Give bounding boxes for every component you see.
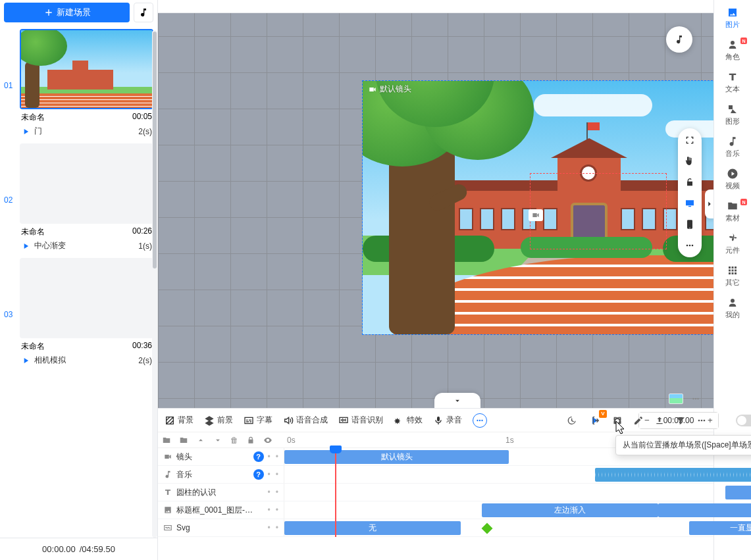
scene-thumb[interactable] (20, 258, 153, 338)
rs-text[interactable]: 文本 (714, 67, 751, 99)
track-head[interactable]: 音乐 ? •• (158, 466, 284, 483)
track-dots: •• (268, 523, 278, 532)
play-icon[interactable] (21, 356, 30, 365)
lock-icon[interactable] (246, 436, 255, 445)
shape-icon (727, 103, 738, 115)
more-tool[interactable] (685, 240, 695, 251)
unlock-tool[interactable] (685, 177, 695, 188)
scene-item[interactable]: 01 未命名 00:05 门 2(s) (0, 28, 157, 142)
camera-handle-icon[interactable] (529, 209, 543, 221)
edit-button[interactable] (633, 415, 644, 426)
bracket-in-button[interactable] (591, 415, 602, 426)
canvas-area[interactable]: 默认镜头 (158, 0, 713, 408)
rs-image[interactable]: 图片 (714, 3, 751, 35)
track-row: 圆柱的认识 •• 上下进入 (158, 484, 713, 501)
track-head[interactable]: 镜头 ? •• (158, 448, 284, 465)
timeline-clip[interactable]: 底部手指点击 (658, 503, 751, 517)
toggle-switch[interactable] (736, 415, 751, 426)
tab-tts[interactable]: 语音合成 (283, 415, 328, 426)
mini-preview-thumb[interactable] (669, 394, 683, 404)
help-icon[interactable]: ? (253, 451, 264, 462)
music-fab-button[interactable] (666, 26, 692, 53)
scene-thumb[interactable] (20, 143, 153, 224)
scene-duration: 00:05 (132, 112, 152, 123)
track-head[interactable]: 圆柱的认识 •• (158, 484, 284, 501)
track-head[interactable]: 标题框_0001_图层-… •• (158, 501, 284, 519)
delete-icon[interactable]: 🗑 (230, 436, 238, 445)
timeline-clip[interactable]: 默认镜头 (284, 450, 509, 464)
scene-item[interactable]: 02 未命名 00:26 中心渐变 1(s) (0, 142, 157, 257)
track-name: 镜头 (176, 451, 249, 463)
canvas-frame[interactable]: 默认镜头 (362, 80, 713, 335)
playhead[interactable] (335, 448, 336, 537)
track-name: 标题框_0001_图层-… (176, 505, 264, 516)
tab-subtitle[interactable]: 字幕 (244, 415, 272, 426)
rs-comp[interactable]: 元件 (714, 228, 751, 261)
track-head[interactable]: Svg •• (158, 519, 284, 536)
rs-other[interactable]: 其它 (714, 261, 751, 293)
down-icon[interactable] (213, 436, 222, 445)
mini-preview-menu-icon[interactable] (691, 394, 700, 403)
selection-box[interactable] (530, 173, 667, 249)
rs-music[interactable]: 音乐 (714, 132, 751, 164)
rs-mine[interactable]: 我的 (714, 293, 751, 325)
rs-role[interactable]: N 角色 (714, 35, 751, 67)
tab-record[interactable]: 录音 (433, 415, 462, 426)
bottom-panel-toggle[interactable] (434, 393, 480, 408)
new-badge: N (740, 38, 747, 44)
tab-foreground[interactable]: 前景 (204, 415, 233, 426)
tab-asr[interactable]: 语音识别 (338, 415, 383, 426)
phone-tool[interactable] (685, 219, 695, 230)
right-panel-toggle[interactable] (705, 190, 713, 218)
scene-list[interactable]: 01 未命名 00:05 门 2(s) 02 (0, 28, 157, 538)
comp-icon (727, 232, 738, 244)
timeline-clip[interactable]: 上下进入 (725, 486, 751, 499)
play-icon[interactable] (21, 127, 30, 136)
track-lane[interactable]: 上下进入 (284, 484, 713, 501)
track-lane[interactable]: 无一直显示 (284, 519, 713, 536)
timeline-panel: 背景 前景 字幕 语音合成 语音识别 特效 录音 − 00:05.00 + (158, 408, 713, 560)
play-icon[interactable] (21, 242, 30, 251)
tab-background[interactable]: 背景 (165, 415, 194, 426)
rs-video[interactable]: 视频 (714, 164, 751, 196)
export-button[interactable] (654, 415, 665, 426)
timeline-clip[interactable]: 左边渐入 (482, 503, 658, 517)
scene-scrollbar[interactable] (152, 30, 157, 538)
focus-tool[interactable] (685, 135, 695, 145)
rs-label: 我的 (725, 310, 740, 320)
tab-fx[interactable]: 特效 (394, 415, 423, 426)
track-lane[interactable] (284, 466, 713, 483)
rs-shape[interactable]: 图形 (714, 99, 751, 132)
svg-icon (163, 523, 172, 532)
scene-music-button[interactable] (134, 3, 153, 22)
scene-item[interactable]: 03 未命名 00:36 相机模拟 2(s) (0, 257, 157, 371)
track-row: Svg •• 无一直显示 (158, 519, 713, 537)
track-lane[interactable]: 左边渐入底部手指点击 (284, 501, 713, 519)
timeline-clip[interactable]: 无 (284, 521, 461, 535)
more-button[interactable] (696, 415, 707, 426)
history-button[interactable] (566, 415, 577, 426)
rs-asset[interactable]: N 素材 (714, 196, 751, 228)
up-icon[interactable] (196, 436, 205, 445)
add-folder-icon[interactable] (162, 436, 171, 445)
help-icon[interactable]: ? (253, 469, 264, 480)
eye-icon[interactable] (263, 436, 272, 445)
timeline-tracks[interactable]: 镜头 ? •• 默认镜头 音乐 ? •• 圆柱的认识 •• 上下进入 (158, 448, 713, 537)
scene-thumb[interactable] (20, 29, 153, 109)
canvas-toolbar (158, 0, 713, 13)
scene-panel: 新建场景 01 未命名 00:05 门 (0, 0, 158, 560)
rs-label: 元件 (725, 245, 740, 255)
tab-more[interactable] (473, 413, 487, 428)
new-scene-button[interactable]: 新建场景 (4, 3, 130, 22)
timeline-clip[interactable] (595, 468, 751, 482)
music-icon (138, 7, 149, 18)
timeline-clip[interactable]: 一直显示 (689, 521, 751, 535)
snapshot-button[interactable] (612, 415, 623, 426)
camera-label: 默认镜头 (368, 84, 411, 95)
add-folder2-icon[interactable] (179, 436, 188, 445)
screen-tool[interactable] (685, 198, 695, 209)
filter-button[interactable] (675, 415, 686, 426)
keyframe-icon[interactable] (482, 523, 493, 534)
total-time: /04:59.50 (80, 544, 115, 554)
hand-tool[interactable] (685, 156, 695, 166)
